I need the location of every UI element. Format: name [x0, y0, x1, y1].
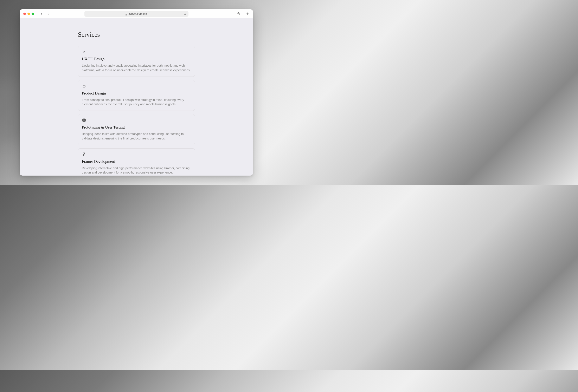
service-title: Prototyping & User Testing [82, 125, 191, 130]
page-title: Services [78, 31, 195, 38]
framer-icon [82, 152, 86, 156]
window-controls [23, 13, 34, 15]
service-description: Developing interactive and high-performa… [82, 166, 191, 175]
share-icon[interactable] [237, 12, 240, 15]
figma-icon [82, 50, 86, 54]
close-window-button[interactable] [23, 13, 26, 15]
content-inner: Services UX/UI Design Designing intuitiv… [78, 31, 195, 175]
browser-actions [237, 12, 249, 15]
new-tab-icon[interactable] [246, 12, 249, 15]
back-button[interactable] [40, 12, 44, 16]
list-icon [82, 118, 86, 122]
url-text: aspect.framer.ai [128, 12, 147, 15]
svg-rect-3 [83, 85, 85, 87]
maximize-window-button[interactable] [32, 13, 34, 15]
service-title: UX/UI Design [82, 57, 191, 61]
service-description: From concept to final product, I design … [82, 98, 191, 107]
service-card-product-design: Product Design From concept to final pro… [78, 80, 195, 111]
lock-icon [125, 13, 127, 15]
forward-button[interactable] [47, 12, 50, 16]
svg-rect-0 [126, 14, 127, 15]
service-description: Bringing ideas to life with detailed pro… [82, 132, 191, 141]
browser-window: aspect.framer.ai Services [20, 9, 253, 175]
svg-point-6 [83, 120, 83, 120]
service-card-ux-ui: UX/UI Design Designing intuitive and vis… [78, 46, 195, 77]
service-title: Product Design [82, 91, 191, 95]
service-card-prototyping: Prototyping & User Testing Bringing idea… [78, 114, 195, 145]
service-card-framer: Framer Development Developing interactiv… [78, 148, 195, 176]
service-title: Framer Development [82, 159, 191, 164]
refresh-icon[interactable] [184, 12, 186, 15]
browser-chrome: aspect.framer.ai [20, 9, 253, 18]
minimize-window-button[interactable] [27, 13, 30, 15]
page-content: Services UX/UI Design Designing intuitiv… [20, 18, 253, 175]
svg-point-7 [83, 121, 83, 121]
product-icon [82, 84, 86, 88]
navigation-arrows [40, 12, 50, 16]
service-description: Designing intuitive and visually appeali… [82, 63, 191, 72]
address-bar[interactable]: aspect.framer.ai [84, 11, 189, 17]
